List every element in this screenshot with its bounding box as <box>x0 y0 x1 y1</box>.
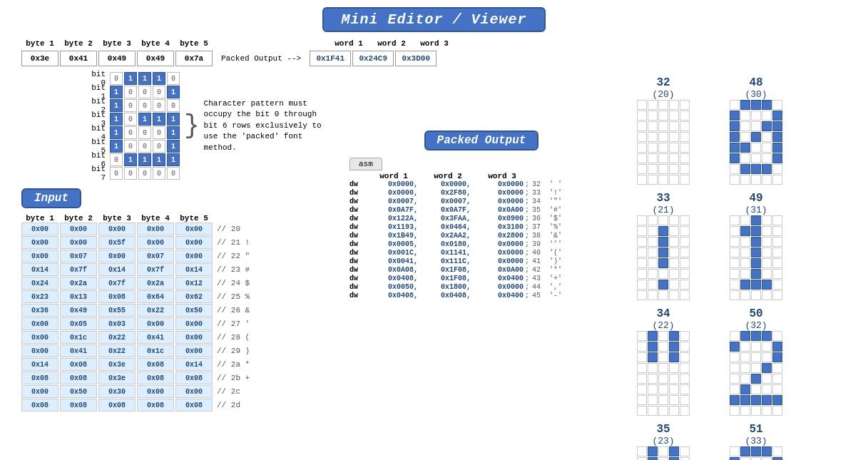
input-cell-r5-c3[interactable]: 0x64 <box>137 290 174 303</box>
bit-cell-r0-c3[interactable]: 1 <box>153 72 165 85</box>
input-cell-r2-c1[interactable]: 0x07 <box>60 250 97 262</box>
bit-cell-r1-c2[interactable]: 0 <box>138 86 151 98</box>
input-cell-r1-c4[interactable]: 0x00 <box>175 236 213 249</box>
bit-cell-r6-c4[interactable]: 1 <box>167 153 180 166</box>
bit-cell-r4-c0[interactable]: 1 <box>110 126 123 139</box>
input-cell-r10-c3[interactable]: 0x08 <box>137 358 174 371</box>
input-cell-r3-c4[interactable]: 0x14 <box>175 263 213 276</box>
bit-cell-r0-c1[interactable]: 1 <box>124 72 137 85</box>
input-cell-r6-c0[interactable]: 0x36 <box>21 304 58 317</box>
input-cell-r1-c1[interactable]: 0x00 <box>60 236 97 249</box>
bit-cell-r6-c2[interactable]: 1 <box>138 153 151 166</box>
input-cell-r13-c1[interactable]: 0x08 <box>60 399 97 412</box>
input-cell-r11-c3[interactable]: 0x08 <box>137 372 174 384</box>
input-cell-r3-c1[interactable]: 0x7f <box>60 263 97 276</box>
bit-cell-r3-c2[interactable]: 1 <box>138 113 151 126</box>
input-cell-r11-c0[interactable]: 0x08 <box>21 372 58 384</box>
bit-cell-r2-c1[interactable]: 0 <box>124 99 137 112</box>
bit-cell-r2-c2[interactable]: 0 <box>138 99 151 112</box>
input-cell-r6-c2[interactable]: 0x55 <box>98 304 136 317</box>
input-cell-r4-c1[interactable]: 0x2a <box>60 277 97 290</box>
input-cell-r8-c2[interactable]: 0x22 <box>98 331 136 344</box>
input-cell-r8-c0[interactable]: 0x00 <box>21 331 58 344</box>
input-cell-r6-c4[interactable]: 0x50 <box>175 304 213 317</box>
bit-cell-r4-c4[interactable]: 1 <box>167 126 180 139</box>
input-cell-r0-c1[interactable]: 0x00 <box>60 223 97 235</box>
input-cell-r5-c4[interactable]: 0x62 <box>175 290 213 303</box>
byte1-value[interactable]: 0x3e <box>21 51 58 66</box>
word3-value[interactable]: 0x3D00 <box>395 51 436 66</box>
bit-cell-r6-c3[interactable]: 1 <box>153 153 165 166</box>
input-cell-r5-c0[interactable]: 0x23 <box>21 290 58 303</box>
input-cell-r7-c4[interactable]: 0x00 <box>175 317 213 330</box>
input-cell-r12-c3[interactable]: 0x00 <box>137 385 174 398</box>
word1-value[interactable]: 0x1F41 <box>310 51 351 66</box>
bit-cell-r3-c3[interactable]: 1 <box>153 113 165 126</box>
input-cell-r0-c2[interactable]: 0x00 <box>98 223 136 235</box>
input-cell-r13-c4[interactable]: 0x08 <box>175 399 213 412</box>
bit-cell-r1-c3[interactable]: 0 <box>153 86 165 98</box>
bit-cell-r7-c2[interactable]: 0 <box>138 167 151 180</box>
input-cell-r5-c2[interactable]: 0x08 <box>98 290 136 303</box>
bit-cell-r3-c0[interactable]: 1 <box>110 113 123 126</box>
bit-cell-r1-c4[interactable]: 1 <box>167 86 180 98</box>
bit-cell-r5-c0[interactable]: 1 <box>110 140 123 153</box>
bit-cell-r0-c0[interactable]: 0 <box>110 72 123 85</box>
input-cell-r4-c4[interactable]: 0x12 <box>175 277 213 290</box>
input-cell-r2-c0[interactable]: 0x00 <box>21 250 58 262</box>
bit-cell-r0-c2[interactable]: 1 <box>138 72 151 85</box>
input-cell-r6-c1[interactable]: 0x49 <box>60 304 97 317</box>
input-cell-r12-c0[interactable]: 0x00 <box>21 385 58 398</box>
input-cell-r8-c3[interactable]: 0x41 <box>137 331 174 344</box>
input-cell-r11-c4[interactable]: 0x08 <box>175 372 213 384</box>
input-cell-r12-c4[interactable]: 0x00 <box>175 385 213 398</box>
byte3-value[interactable]: 0x49 <box>98 51 136 66</box>
input-cell-r7-c0[interactable]: 0x00 <box>21 317 58 330</box>
bit-cell-r6-c1[interactable]: 1 <box>124 153 137 166</box>
bit-cell-r5-c4[interactable]: 1 <box>167 140 180 153</box>
input-cell-r10-c0[interactable]: 0x14 <box>21 358 58 371</box>
input-cell-r12-c1[interactable]: 0x50 <box>60 385 97 398</box>
bit-cell-r7-c4[interactable]: 0 <box>167 167 180 180</box>
input-cell-r1-c0[interactable]: 0x00 <box>21 236 58 249</box>
input-cell-r4-c2[interactable]: 0x7f <box>98 277 136 290</box>
input-cell-r5-c1[interactable]: 0x13 <box>60 290 97 303</box>
input-cell-r3-c2[interactable]: 0x14 <box>98 263 136 276</box>
bit-cell-r6-c0[interactable]: 0 <box>110 153 123 166</box>
input-cell-r8-c4[interactable]: 0x00 <box>175 331 213 344</box>
bit-cell-r5-c2[interactable]: 0 <box>138 140 151 153</box>
input-cell-r7-c2[interactable]: 0x03 <box>98 317 136 330</box>
bit-cell-r4-c2[interactable]: 0 <box>138 126 151 139</box>
bit-cell-r2-c0[interactable]: 1 <box>110 99 123 112</box>
input-cell-r0-c3[interactable]: 0x00 <box>137 223 174 235</box>
bit-cell-r2-c3[interactable]: 0 <box>153 99 165 112</box>
input-cell-r9-c1[interactable]: 0x41 <box>60 344 97 357</box>
bit-cell-r5-c1[interactable]: 0 <box>124 140 137 153</box>
input-cell-r1-c2[interactable]: 0x5f <box>98 236 136 249</box>
bit-cell-r7-c0[interactable]: 0 <box>110 167 123 180</box>
input-cell-r2-c4[interactable]: 0x00 <box>175 250 213 262</box>
input-cell-r2-c3[interactable]: 0x07 <box>137 250 174 262</box>
bit-cell-r3-c1[interactable]: 0 <box>124 113 137 126</box>
bit-cell-r1-c0[interactable]: 1 <box>110 86 123 98</box>
input-cell-r12-c2[interactable]: 0x30 <box>98 385 136 398</box>
input-cell-r9-c3[interactable]: 0x1c <box>137 344 174 357</box>
input-cell-r1-c3[interactable]: 0x00 <box>137 236 174 249</box>
input-cell-r9-c2[interactable]: 0x22 <box>98 344 136 357</box>
byte4-value[interactable]: 0x49 <box>137 51 174 66</box>
byte2-value[interactable]: 0x41 <box>60 51 97 66</box>
asm-tab[interactable]: asm <box>349 158 382 170</box>
bit-cell-r4-c1[interactable]: 0 <box>124 126 137 139</box>
bit-cell-r0-c4[interactable]: 0 <box>167 72 180 85</box>
bit-cell-r1-c1[interactable]: 0 <box>124 86 137 98</box>
input-cell-r8-c1[interactable]: 0x1c <box>60 331 97 344</box>
input-cell-r3-c3[interactable]: 0x7f <box>137 263 174 276</box>
input-cell-r4-c0[interactable]: 0x24 <box>21 277 58 290</box>
word2-value[interactable]: 0x24C9 <box>352 51 394 66</box>
input-cell-r0-c4[interactable]: 0x00 <box>175 223 213 235</box>
input-cell-r2-c2[interactable]: 0x00 <box>98 250 136 262</box>
input-cell-r3-c0[interactable]: 0x14 <box>21 263 58 276</box>
input-cell-r13-c0[interactable]: 0x08 <box>21 399 58 412</box>
bit-cell-r7-c3[interactable]: 0 <box>153 167 165 180</box>
input-cell-r10-c1[interactable]: 0x08 <box>60 358 97 371</box>
